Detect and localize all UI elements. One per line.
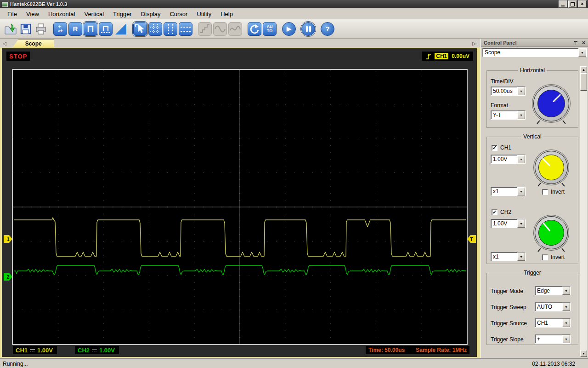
- menu-item-display[interactable]: Display: [136, 9, 165, 19]
- trigger-level-marker[interactable]: T: [467, 235, 476, 243]
- start-button[interactable]: ▶: [282, 22, 296, 36]
- ch1-scale-readout: CH1 1.00V: [13, 346, 57, 354]
- ch2-probe-dropdown[interactable]: x1 ▼: [491, 252, 526, 261]
- math-button[interactable]: +- ×÷: [53, 22, 67, 36]
- pin-icon[interactable]: [574, 40, 578, 45]
- trigger-legend: Trigger: [522, 270, 543, 276]
- restore-button[interactable]: [568, 0, 577, 8]
- panel-scrollbar[interactable]: ▲ ▼: [580, 66, 587, 357]
- trigger-source-dropdown[interactable]: CH1 ▼: [535, 318, 571, 328]
- ch1-volt-dropdown[interactable]: 1.00V ▼: [491, 155, 526, 164]
- chevron-down-icon[interactable]: ▼: [517, 187, 525, 196]
- chevron-down-icon[interactable]: ▼: [517, 111, 525, 119]
- horizontal-cursors-button[interactable]: [179, 22, 192, 36]
- chevron-down-icon[interactable]: ▼: [562, 303, 570, 311]
- pause-button[interactable]: [301, 22, 315, 36]
- menu-item-utility[interactable]: Utility: [192, 9, 216, 19]
- format-dropdown[interactable]: Y-T ▼: [491, 110, 526, 120]
- panel-close-button[interactable]: ×: [582, 40, 585, 46]
- chevron-down-icon[interactable]: ▼: [562, 319, 570, 327]
- ch2-position-knob[interactable]: [535, 216, 568, 249]
- tab-scope[interactable]: Scope: [13, 39, 54, 47]
- scrollbar-thumb[interactable]: [580, 73, 587, 91]
- ch2-volt-dropdown[interactable]: 1.00V ▼: [491, 219, 526, 228]
- tab-scroll-right-icon[interactable]: ▷: [472, 41, 476, 46]
- sine-wave-button: [213, 22, 227, 36]
- reference-waveform-button[interactable]: [99, 22, 113, 36]
- chevron-down-icon[interactable]: ▼: [562, 335, 570, 343]
- save-button[interactable]: [19, 22, 33, 36]
- ch2-invert-checkbox[interactable]: Invert: [542, 254, 565, 260]
- refresh-icon: [249, 23, 260, 35]
- chevron-down-icon[interactable]: ▼: [517, 253, 525, 261]
- menu-item-file[interactable]: File: [3, 9, 22, 19]
- auto-set-button[interactable]: AU TO: [263, 22, 277, 36]
- scroll-up-icon[interactable]: ▲: [580, 66, 587, 73]
- chevron-down-icon[interactable]: ▼: [578, 48, 586, 57]
- vertical-legend: Vertical: [521, 133, 543, 140]
- toolbar: +- ×÷ R: [0, 19, 588, 39]
- ch1-position-knob[interactable]: [535, 151, 568, 184]
- knob-pointer: [542, 158, 550, 166]
- ch2-probe-value: x1: [491, 253, 517, 261]
- panel-selector-dropdown[interactable]: Scope ▼: [482, 48, 587, 57]
- time-div-dropdown[interactable]: 50.00us ▼: [491, 86, 526, 96]
- scope-display[interactable]: [12, 69, 468, 345]
- trigger-source-label: Trigger Source: [491, 320, 527, 327]
- ch1-invert-checkbox[interactable]: Invert: [542, 189, 565, 195]
- ch1-volts-per-div: 1.00V: [37, 347, 53, 354]
- time-div-value: 50.00us: [491, 87, 517, 95]
- format-value: Y-T: [491, 111, 517, 119]
- ch1-probe-dropdown[interactable]: x1 ▼: [491, 187, 526, 196]
- scroll-down-icon[interactable]: ▼: [580, 350, 587, 357]
- close-button[interactable]: ×: [578, 0, 587, 8]
- trigger-slope-dropdown[interactable]: + ▼: [535, 334, 571, 344]
- checkbox-checked-icon[interactable]: ✓: [492, 145, 498, 151]
- ch2-enable-checkbox[interactable]: ✓ CH2: [492, 209, 511, 215]
- print-button[interactable]: [34, 22, 48, 36]
- trigger-sweep-dropdown[interactable]: AUTO ▼: [535, 302, 571, 311]
- open-button[interactable]: [4, 22, 17, 36]
- help-button[interactable]: ?: [321, 22, 334, 36]
- tab-scroll-left-icon[interactable]: ◁: [3, 41, 6, 46]
- cursor-button[interactable]: [133, 22, 147, 36]
- ramp-button[interactable]: [114, 22, 128, 36]
- format-label: Format: [491, 102, 508, 109]
- vertical-cursors-button[interactable]: [164, 22, 177, 36]
- ch2-scale-readout: CH2 1.00V: [75, 346, 119, 354]
- ch2-position-marker[interactable]: 2: [4, 273, 12, 281]
- tab-strip: ◁ Scope ▷: [0, 39, 480, 48]
- menu-item-view[interactable]: View: [22, 9, 44, 19]
- chevron-down-icon[interactable]: ▼: [517, 87, 525, 95]
- pulse-wave-icon: [85, 23, 96, 35]
- reference-button[interactable]: R: [68, 22, 82, 36]
- chevron-down-icon[interactable]: ▼: [562, 287, 570, 295]
- ch1-enable-checkbox[interactable]: ✓ CH1: [492, 144, 511, 151]
- ch1-checkbox-label: CH1: [500, 144, 511, 151]
- ch1-position-marker[interactable]: 1: [4, 235, 12, 243]
- menu-item-cursor[interactable]: Cursor: [165, 9, 192, 19]
- knob-pointer: [543, 223, 550, 232]
- checkbox-unchecked-icon[interactable]: [542, 189, 548, 195]
- control-panel: Control Panel × Scope ▼ Horizontal Time/…: [481, 39, 588, 359]
- app-window: Hantek6022BE Ver 1.0.3 × File View Horiz…: [0, 0, 588, 368]
- ch2-checkbox-label: CH2: [500, 209, 511, 215]
- minimize-button[interactable]: [559, 0, 567, 8]
- panel-selector-value: Scope: [483, 48, 578, 57]
- menu-item-help[interactable]: Help: [216, 9, 237, 19]
- channel-waveform-button[interactable]: [84, 22, 97, 36]
- chevron-down-icon[interactable]: ▼: [517, 219, 525, 228]
- trigger-mode-dropdown[interactable]: Edge ▼: [535, 286, 571, 295]
- chevron-down-icon[interactable]: ▼: [517, 155, 525, 163]
- menu-item-vertical[interactable]: Vertical: [79, 9, 108, 19]
- acquisition-status-badge[interactable]: STOP: [6, 52, 30, 61]
- checkbox-checked-icon[interactable]: ✓: [492, 209, 498, 215]
- refresh-button[interactable]: [248, 22, 261, 36]
- horizontal-knob[interactable]: [533, 86, 569, 121]
- checkbox-unchecked-icon[interactable]: [542, 254, 548, 260]
- cross-cursor-button[interactable]: [148, 22, 162, 36]
- pulse-wave-dashed-icon: [100, 23, 112, 35]
- menu-item-trigger[interactable]: Trigger: [108, 9, 136, 19]
- window-title: Hantek6022BE Ver 1.0.3: [10, 1, 67, 7]
- menu-item-horizontal[interactable]: Horizontal: [44, 9, 80, 19]
